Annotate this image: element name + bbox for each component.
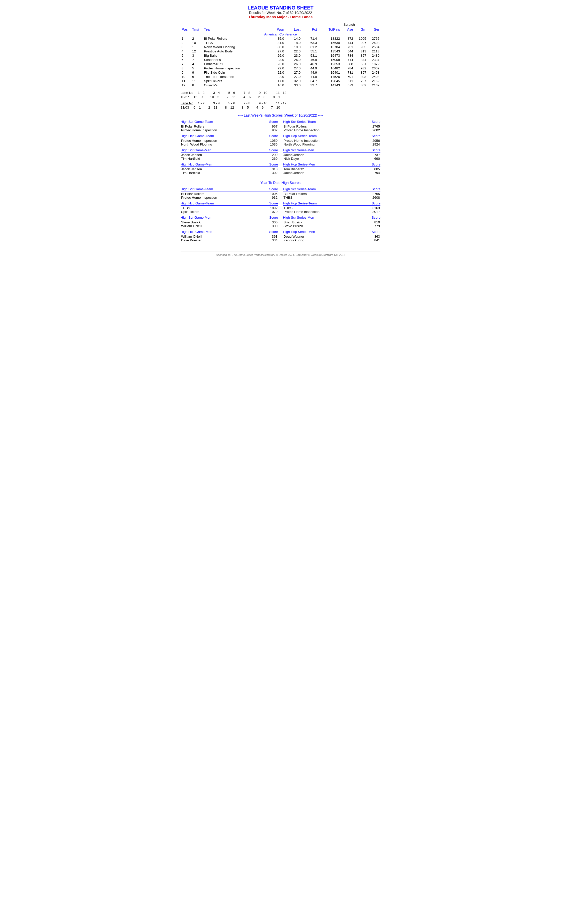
hs-cat-name: High Hcp Series-Team [283,134,317,138]
hs-cat-title: High Scr Game-TeamScore [180,187,278,192]
hs-entry-name: Protec Home Inspection [181,196,217,200]
hs-cat-title: High Scr Game-TeamScore [180,120,278,124]
hs-entry-score: 2608 [372,196,380,200]
team-pos: 5 [180,53,191,58]
hs-entry-name: William ONeill [181,235,202,238]
lane-val-2-1a: 6 [194,106,196,110]
col-ser: Ser [367,27,381,32]
team-won: 30.0 [269,45,285,49]
hs-cat-score-label: Score [269,201,278,205]
team-tm: 2 [191,36,203,40]
table-row: 6 7 Schooner's 23.0 26.0 46.9 15008 714 … [180,58,381,62]
lane-val-1-1b: 9 [201,95,203,99]
col-team: Team [203,27,269,32]
lane-pair-1-2: 3 - 4 [213,91,220,94]
hs-entry: Protec Home Inspection2956 [283,139,381,142]
hs-entry-score: 299 [272,153,278,157]
hs-entry-name: THBS [283,206,292,210]
hs-cat-score-label: Score [269,148,278,152]
team-lost: 27.0 [285,75,301,79]
hs-entry-name: Kendrick King [283,238,304,242]
team-gm: 803 [354,75,367,79]
hs-entry-name: Protec Home Inspection [181,139,217,142]
team-ser: 2765 [367,36,381,40]
table-row: 9 9 Flip Side Coin 22.0 27.0 44.9 16401 … [180,70,381,75]
hs-cat-score-label: Score [371,201,381,205]
hs-cat-title: High Hcp Game-TeamScore [180,201,278,206]
hs-entry-score: 932 [272,196,278,200]
hs-entry-name: Split Lickers [181,210,199,214]
team-pct: 46.9 [301,58,318,62]
hs-cat-name: High Scr Game-Team [180,187,213,191]
hs-cat-title: High Scr Game-MenScore [180,216,278,220]
col-gm: Gm [354,27,367,32]
ytd-section: ---------- Year To Date High Scores ----… [180,181,381,244]
conference-header: American Conference [180,32,381,37]
team-pct: 61.2 [301,45,318,49]
hs-entry: North Wood Flooring2924 [283,142,381,146]
team-pct: 44.9 [301,66,318,70]
team-ser: 2458 [367,70,381,75]
team-pos: 3 [180,45,191,49]
hs-cat-title: High Scr Series-MenScore [283,148,381,153]
team-won: 27.0 [269,49,285,53]
lane-date-row-2: 11/03 6 1 2 11 8 12 3 5 4 9 7 10 [180,106,381,110]
hs-entry-score: 3163 [372,206,380,210]
team-name: Cusack's [203,83,269,87]
hs-entry-name: Tim Hartfield [181,171,200,175]
team-tm: 12 [191,49,203,53]
lane-date-1: 10/27 [180,95,189,99]
lane-date-2: 11/03 [180,106,189,110]
hs-cat-name: High Scr Series-Team [283,187,316,191]
team-gm: 802 [354,83,367,87]
hs-entry-score: 2602 [372,128,380,132]
hs-cat-name: High Hcp Game-Men [180,162,212,166]
team-pos: 4 [180,49,191,53]
hs-entry-name: Jacob Jensen [283,171,304,175]
hs-cat-score-label: Score [269,216,278,219]
hs-entry: Tom Bieberitz805 [283,167,381,171]
hs-cat-title: High Scr Series-MenScore [283,216,381,220]
team-lost: 14.0 [285,36,301,40]
lane-val-2-6b: 10 [277,106,280,110]
team-ave: 751 [341,45,354,49]
team-name: Embers1871 [203,62,269,66]
team-ave: 744 [341,40,354,45]
team-pct: 34.7 [301,79,318,83]
hs-entry-score: 932 [272,128,278,132]
hs-entry-name: Brian Busick [283,220,302,224]
hs-entry-score: 737 [374,153,380,157]
ytd-scores-grid: High Scr Game-TeamScoreBi Polar Rollers1… [180,187,381,244]
lane-val-1-5a: 2 [258,95,260,99]
hs-category-right: High Hcp Series-TeamScoreProtec Home Ins… [283,134,381,146]
hs-cat-name: High Scr Series-Men [283,148,314,152]
hs-category-right: High Scr Series-MenScoreJacob Jensen737N… [283,148,381,160]
team-lost: 18.0 [285,40,301,45]
hs-entry: Bi Polar Rollers1005 [180,192,278,196]
hs-entry: Protec Home Inspection3017 [283,210,381,214]
hs-cat-title: High Scr Series-TeamScore [283,187,381,192]
team-tm: 5 [191,66,203,70]
hs-cat-name: High Hcp Game-Men [180,230,212,234]
team-pct: 32.7 [301,83,318,87]
team-gm: 907 [354,40,367,45]
hs-entry-name: North Wood Flooring [181,142,212,146]
hs-entry-name: Jacob Jensen [181,167,202,171]
hs-entry: Doug Wagner863 [283,235,381,238]
hs-entry-name: Bi Polar Rollers [283,192,307,196]
lane-pair-1-6: 11 - 12 [276,91,286,94]
page-title: LEAGUE STANDING SHEET [180,5,381,11]
table-row: 2 10 THBS 31.0 18.0 63.3 15630 744 907 2… [180,40,381,45]
team-gm: 681 [354,62,367,66]
hs-cat-title: High Hcp Game-MenScore [180,230,278,234]
page-league: Thursday Mens Major - Dome Lanes [180,15,381,19]
hs-cat-name: High Scr Game-Men [180,216,211,219]
hs-cat-name: High Hcp Series-Men [283,162,315,166]
col-lost: Lost [285,27,301,32]
team-pct: 44.9 [301,75,318,79]
hs-entry: Bi Polar Rollers2765 [283,124,381,128]
team-ser: 2404 [367,75,381,79]
lane-val-2-3a: 8 [225,106,227,110]
table-row: 1 2 Bi Polar Rollers 35.0 14.0 71.4 1832… [180,36,381,40]
hs-entry-score: 1079 [270,210,278,214]
